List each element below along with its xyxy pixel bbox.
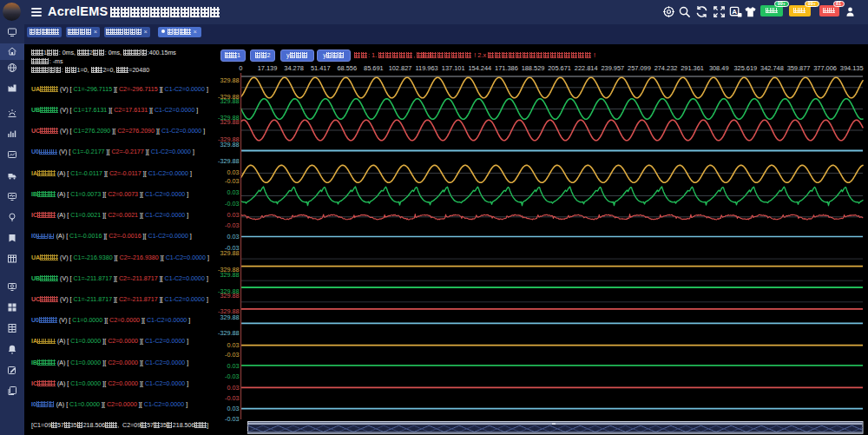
svg-text:-329.88: -329.88	[218, 157, 239, 165]
svg-text:-0.03: -0.03	[225, 221, 239, 229]
svg-text:222.814: 222.814	[575, 64, 598, 72]
svg-text:171.386: 171.386	[495, 64, 518, 72]
svg-text:377.006: 377.006	[813, 64, 837, 72]
svg-text:0.03: 0.03	[227, 188, 240, 196]
svg-text:291.361: 291.361	[681, 64, 704, 72]
svg-text:119.963: 119.963	[416, 64, 438, 72]
svg-text:188.529: 188.529	[522, 64, 545, 72]
svg-text:239.957: 239.957	[601, 64, 624, 72]
svg-text:329.88: 329.88	[220, 313, 240, 321]
svg-text:329.88: 329.88	[220, 271, 240, 279]
svg-text:329.88: 329.88	[220, 141, 240, 148]
svg-text:0.03: 0.03	[227, 362, 240, 370]
svg-text:0: 0	[239, 64, 242, 72]
svg-text:0.03: 0.03	[227, 168, 240, 176]
svg-text:329.88: 329.88	[220, 97, 240, 105]
svg-text:325.619: 325.619	[733, 64, 757, 72]
svg-text:85.691: 85.691	[364, 64, 384, 72]
svg-text:394.135: 394.135	[840, 64, 864, 72]
svg-text:-0.03: -0.03	[225, 177, 239, 185]
svg-text:274.232: 274.232	[654, 64, 678, 72]
svg-text:-329.88: -329.88	[218, 329, 239, 337]
svg-text:0.03: 0.03	[227, 384, 240, 392]
svg-text:34.278: 34.278	[284, 64, 304, 72]
svg-text:51.417: 51.417	[311, 64, 331, 72]
svg-text:329.88: 329.88	[220, 118, 240, 126]
svg-text:A: A	[732, 8, 737, 16]
svg-text:0.03: 0.03	[227, 341, 240, 349]
svg-text:-0.03: -0.03	[225, 372, 239, 380]
svg-text:-0.03: -0.03	[225, 351, 239, 359]
svg-text:308.49: 308.49	[709, 64, 729, 72]
svg-text:329.88: 329.88	[220, 292, 240, 300]
svg-text:0.03: 0.03	[227, 211, 240, 219]
svg-text:205.671: 205.671	[548, 64, 571, 72]
svg-text:257.099: 257.099	[628, 64, 651, 72]
svg-text:329.88: 329.88	[220, 76, 240, 84]
svg-text:17.139: 17.139	[258, 64, 278, 72]
svg-text:0.03: 0.03	[227, 233, 240, 241]
svg-text:137.101: 137.101	[442, 64, 465, 72]
svg-text:0.03: 0.03	[227, 405, 240, 412]
svg-text:329.88: 329.88	[220, 249, 240, 257]
svg-text:342.748: 342.748	[760, 64, 784, 72]
svg-text:-0.03: -0.03	[225, 394, 239, 402]
svg-text:102.827: 102.827	[389, 64, 412, 72]
svg-text:68.556: 68.556	[337, 64, 357, 72]
svg-text:-0.03: -0.03	[225, 415, 239, 423]
svg-text:154.244: 154.244	[468, 64, 491, 72]
svg-text:-0.03: -0.03	[225, 200, 239, 208]
svg-text:359.877: 359.877	[787, 64, 811, 72]
